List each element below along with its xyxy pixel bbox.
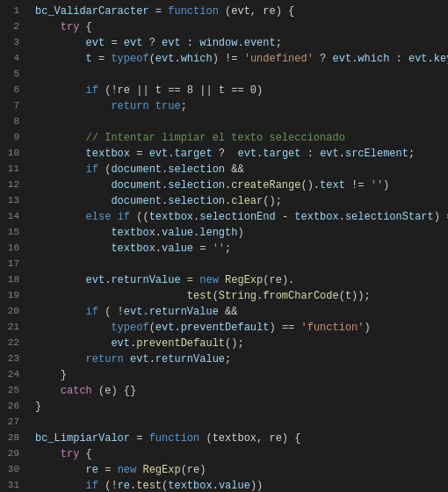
line-content: } [30, 399, 448, 415]
line-content: t = typeof(evt.which) != 'undefined' ? e… [30, 51, 448, 67]
line-content: document.selection.createRange().text !=… [30, 177, 448, 193]
code-line: 30 re = new RegExp(re) [0, 462, 448, 478]
code-line: 4 t = typeof(evt.which) != 'undefined' ?… [0, 51, 448, 67]
line-content: if (!re.test(textbox.value)) [30, 478, 448, 492]
line-number: 10 [0, 146, 26, 161]
line-content: textbox = evt.target ? evt.target : evt.… [30, 146, 448, 162]
code-line: 31 if (!re.test(textbox.value)) [0, 478, 448, 492]
line-number: 29 [0, 446, 26, 461]
code-line: 24 } [0, 367, 448, 383]
line-number: 30 [0, 462, 26, 477]
code-line: 14 else if ((textbox.selectionEnd - text… [0, 209, 448, 225]
line-number: 14 [0, 209, 26, 224]
line-number: 23 [0, 351, 26, 366]
line-content: re = new RegExp(re) [30, 462, 448, 478]
line-number: 26 [0, 399, 26, 414]
line-content [30, 415, 448, 430]
code-line: 12 document.selection.createRange().text… [0, 177, 448, 193]
code-line: 23 return evt.returnValue; [0, 351, 448, 367]
code-line: 7 return true; [0, 98, 448, 114]
line-content: evt.preventDefault(); [30, 336, 448, 351]
code-line: 26} [0, 399, 448, 415]
line-number: 21 [0, 320, 26, 335]
line-number: 11 [0, 162, 26, 177]
line-content [30, 114, 448, 130]
line-number: 13 [0, 193, 26, 208]
code-line: 21 typeof(evt.preventDefault) == 'functi… [0, 320, 448, 336]
line-number: 31 [0, 478, 26, 492]
line-content [30, 67, 448, 83]
code-line: 5 [0, 67, 448, 83]
line-number: 27 [0, 415, 26, 430]
line-number: 12 [0, 177, 26, 192]
code-line: 22 evt.preventDefault(); [0, 336, 448, 351]
line-content: if (document.selection && [30, 162, 448, 177]
line-content: return true; [30, 98, 448, 114]
line-number: 1 [0, 4, 26, 18]
line-content: evt.returnValue = new RegExp(re). [30, 272, 448, 288]
line-content: if ( !evt.returnValue && [30, 304, 448, 320]
line-number: 18 [0, 272, 26, 287]
code-line: 1bc_ValidarCaracter = function (evt, re)… [0, 4, 448, 19]
line-content: catch (e) {} [30, 383, 448, 399]
line-number: 15 [0, 225, 26, 240]
code-line: 17 [0, 257, 448, 272]
line-number: 3 [0, 35, 26, 50]
line-number: 20 [0, 304, 26, 319]
code-line: 9 // Intentar limpiar el texto seleccion… [0, 130, 448, 146]
line-content [30, 257, 448, 272]
line-content: bc_ValidarCaracter = function (evt, re) … [30, 4, 448, 19]
code-line: 27 [0, 415, 448, 430]
code-line: 11 if (document.selection && [0, 162, 448, 177]
line-number: 2 [0, 19, 26, 34]
line-content: textbox.value = ''; [30, 241, 448, 257]
line-number: 5 [0, 67, 26, 82]
line-content: textbox.value.length) [30, 225, 448, 241]
line-number: 6 [0, 83, 26, 98]
line-number: 28 [0, 430, 26, 445]
code-line: 18 evt.returnValue = new RegExp(re). [0, 272, 448, 288]
code-editor: 1bc_ValidarCaracter = function (evt, re)… [0, 0, 448, 492]
line-number: 9 [0, 130, 26, 145]
code-line: 25 catch (e) {} [0, 383, 448, 399]
line-content: return evt.returnValue; [30, 351, 448, 367]
line-content: evt = evt ? evt : window.event; [30, 35, 448, 51]
line-number: 8 [0, 114, 26, 129]
line-number: 16 [0, 241, 26, 256]
line-content: try { [30, 446, 448, 462]
code-line: 15 textbox.value.length) [0, 225, 448, 241]
code-line: 28bc_LimpiarValor = function (textbox, r… [0, 430, 448, 446]
line-number: 25 [0, 383, 26, 398]
code-line: 19 test(String.fromCharCode(t)); [0, 288, 448, 304]
line-content: else if ((textbox.selectionEnd - textbox… [30, 209, 448, 225]
code-line: 10 textbox = evt.target ? evt.target : e… [0, 146, 448, 162]
code-line: 13 document.selection.clear(); [0, 193, 448, 209]
code-line: 29 try { [0, 446, 448, 462]
line-content: bc_LimpiarValor = function (textbox, re)… [30, 430, 448, 446]
line-number: 7 [0, 98, 26, 113]
code-line: 3 evt = evt ? evt : window.event; [0, 35, 448, 51]
line-content: try { [30, 19, 448, 35]
line-content: } [30, 367, 448, 383]
line-content: if (!re || t == 8 || t == 0) [30, 83, 448, 98]
code-line: 20 if ( !evt.returnValue && [0, 304, 448, 320]
code-line: 8 [0, 114, 448, 130]
code-line: 6 if (!re || t == 8 || t == 0) [0, 83, 448, 98]
line-number: 24 [0, 367, 26, 382]
line-number: 22 [0, 336, 26, 351]
code-line: 2 try { [0, 19, 448, 35]
line-number: 17 [0, 257, 26, 271]
line-content: test(String.fromCharCode(t)); [30, 288, 448, 304]
line-content: // Intentar limpiar el texto seleccionad… [30, 130, 448, 146]
line-number: 19 [0, 288, 26, 303]
line-content: typeof(evt.preventDefault) == 'function'… [30, 320, 448, 336]
line-number: 4 [0, 51, 26, 66]
line-content: document.selection.clear(); [30, 193, 448, 209]
code-line: 16 textbox.value = ''; [0, 241, 448, 257]
